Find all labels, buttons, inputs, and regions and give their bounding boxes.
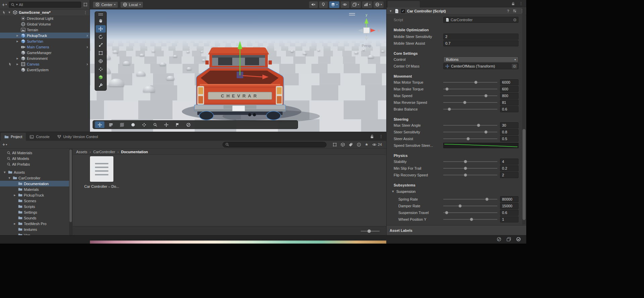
detail-paint-button[interactable] <box>139 121 149 128</box>
slider-handle[interactable] <box>474 81 478 84</box>
tree-item-assets[interactable]: ▼ Assets <box>0 169 72 175</box>
slider-track[interactable] <box>443 123 497 127</box>
slider-handle[interactable] <box>470 218 473 221</box>
foldout-icon[interactable]: ▼ <box>7 176 11 180</box>
hierarchy-item-environment[interactable]: ► Environment <box>0 55 90 61</box>
expander-icon[interactable]: ► <box>15 40 19 43</box>
prefab-open-arrow[interactable]: › <box>87 33 88 38</box>
number-field[interactable]: 6000 <box>500 79 518 85</box>
hierarchy-item-terrain[interactable]: Terrain <box>0 27 90 33</box>
rotate-tool-button[interactable] <box>96 33 106 41</box>
tree-item-textures[interactable]: textures <box>0 226 72 232</box>
script-object-field[interactable]: CarController ⊙ <box>443 17 518 23</box>
slider-handle[interactable] <box>484 94 488 97</box>
foldout-icon[interactable]: ▼ <box>3 171 7 174</box>
slider-track[interactable] <box>443 130 497 134</box>
tree-item-textmesh-pro[interactable]: ► TextMesh Pro <box>0 221 72 226</box>
panel-menu-icon[interactable]: ⋮ <box>519 1 523 6</box>
hierarchy-item-surfervan[interactable]: ► SurferVan <box>0 38 90 44</box>
tree-item-carcontroller[interactable]: ▼ CarController <box>0 175 72 181</box>
panel-menu-icon[interactable]: ⋮ <box>379 134 383 139</box>
rect-tool-button[interactable] <box>96 49 106 57</box>
number-field[interactable]: 4 <box>500 159 518 165</box>
tab-console[interactable]: Console <box>26 133 53 141</box>
slider-track[interactable] <box>443 173 497 177</box>
slider-handle[interactable] <box>448 108 451 111</box>
prefab-open-arrow[interactable]: › <box>87 62 88 66</box>
slider-track[interactable] <box>443 166 497 170</box>
slider-handle[interactable] <box>464 167 467 170</box>
slider-handle[interactable] <box>477 124 480 127</box>
paint-texture-button[interactable] <box>117 121 127 128</box>
move-overlay-button[interactable] <box>95 121 104 128</box>
tree-item-materials[interactable]: Materials <box>0 186 72 192</box>
pivot-mode-button[interactable]: Center ▾ <box>93 1 118 8</box>
status-check-icon[interactable] <box>516 237 521 242</box>
hierarchy-item-directional-light[interactable]: Directional Light <box>0 15 90 21</box>
favorite-all-materials[interactable]: All Materials <box>0 150 72 156</box>
slider-track[interactable] <box>443 160 497 164</box>
number-field[interactable]: 600 <box>500 86 518 92</box>
lock-icon[interactable] <box>511 2 515 6</box>
slider-track[interactable] <box>443 211 497 215</box>
breadcrumb-carcontroller[interactable]: CarController <box>87 150 115 154</box>
slider-handle[interactable] <box>464 160 467 163</box>
search-window-icon[interactable] <box>333 142 337 147</box>
favorites-star-icon[interactable]: ★ <box>365 142 368 147</box>
favorite-all-prefabs[interactable]: All Prefabs <box>0 161 72 167</box>
control-dropdown[interactable]: Buttons ▾ <box>443 56 518 62</box>
number-field[interactable]: 15000 <box>500 203 518 209</box>
asset-labels-bar[interactable]: Asset Labels <box>387 225 526 235</box>
scene-menu-icon[interactable]: ⋮ <box>84 10 87 15</box>
foldout-icon[interactable]: ▼ <box>389 9 392 13</box>
expander-icon[interactable]: ► <box>13 222 17 225</box>
number-field[interactable]: 1 <box>500 216 518 222</box>
tree-item-settings[interactable]: Settings <box>0 209 72 215</box>
log-icon[interactable] <box>357 142 361 147</box>
slider-track[interactable] <box>443 100 497 104</box>
view-tool-button[interactable] <box>96 17 106 25</box>
asset-item-car-controller-doc[interactable]: Car Controller – Do... <box>80 156 123 188</box>
label-icon[interactable] <box>349 142 353 147</box>
foldout-icon[interactable]: ▼ <box>7 11 11 14</box>
number-field[interactable]: 30 <box>500 122 518 128</box>
hierarchy-search-input[interactable]: ▾ All <box>9 2 81 8</box>
slider-track[interactable] <box>443 217 497 221</box>
shading-mode-dropdown[interactable]: ▾ <box>329 1 339 8</box>
scrollbar-thumb[interactable] <box>523 129 526 220</box>
number-field[interactable]: 80000 <box>500 196 518 202</box>
component-header-car-controller[interactable]: ▼ ✓ Car Controller (Script) ? ⋮ <box>387 7 526 15</box>
slider-track[interactable] <box>443 137 497 141</box>
tree-item-scenes[interactable]: Scenes <box>0 198 72 204</box>
scale-tool-button[interactable] <box>96 41 106 49</box>
slider-handle[interactable] <box>445 87 449 91</box>
object-picker-icon[interactable]: ⊙ <box>512 64 517 69</box>
slider-track[interactable] <box>443 197 497 201</box>
hierarchy-scene-row[interactable]: ▼ GameScene_new* ⋮ <box>0 9 90 15</box>
hierarchy-item-canvas[interactable]: ► Canvas › <box>0 61 90 67</box>
add-asset-button[interactable]: +▾ <box>2 142 7 147</box>
slider-handle[interactable] <box>464 173 467 177</box>
slider-track[interactable] <box>443 204 497 208</box>
number-field[interactable]: 0.2 <box>500 165 518 171</box>
slider-handle[interactable] <box>463 101 466 104</box>
center-of-mass-object-field[interactable]: CenterOfMass (Transform) ⊙ <box>443 63 518 69</box>
suspension-foldout[interactable]: ▼ Suspension <box>391 189 518 194</box>
effects-dropdown[interactable]: ▾ <box>351 1 361 8</box>
stats-dropdown[interactable]: ▾ <box>362 1 372 8</box>
gizmos-dropdown[interactable]: ▾ <box>374 1 384 8</box>
hierarchy-item-eventsystem[interactable]: EventSystem <box>0 67 90 73</box>
tree-item-documentation[interactable]: Documentation <box>0 181 72 186</box>
foldout-icon[interactable]: ▼ <box>391 190 395 193</box>
component-tool-button[interactable] <box>96 74 106 81</box>
component-enabled-checkbox[interactable]: ✓ <box>401 9 405 13</box>
slider-handle[interactable] <box>466 137 470 140</box>
hierarchy-item-main-camera[interactable]: Main Camera › <box>0 44 90 50</box>
move-tool-button[interactable] <box>96 25 106 33</box>
slider-handle[interactable] <box>445 211 448 214</box>
slider-track[interactable] <box>443 80 497 84</box>
layers-stack-icon[interactable] <box>506 237 511 242</box>
breadcrumb-documentation[interactable]: Documentation <box>115 150 148 154</box>
slider-handle[interactable] <box>485 198 489 201</box>
transform-tool-button[interactable] <box>96 57 106 65</box>
